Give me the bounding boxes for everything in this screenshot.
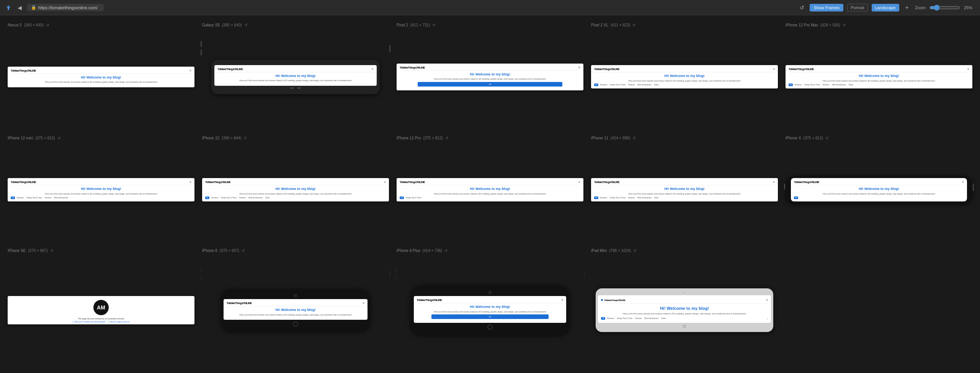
nav-design-i11p[interactable]: Design Tips & Tricks bbox=[405, 196, 422, 199]
nav-web-ipad[interactable]: Web Development bbox=[644, 317, 659, 320]
all-btn-i8p[interactable]: All bbox=[431, 314, 549, 319]
screen-logo-i11p: ToMakeThingsONLINE bbox=[400, 181, 425, 183]
nav-reviews-p2xl[interactable]: Reviews bbox=[627, 83, 635, 86]
hero-title-i8: Hi! Welcome to my blog! bbox=[227, 308, 364, 312]
frame-wrapper-iphone8: ToMakeThingsONLINE ≡ Hi! Welcome to my b… bbox=[202, 255, 389, 365]
refresh-icon-iphone11pro[interactable]: ↺ bbox=[445, 136, 448, 140]
menu-icon-ipad: ≡ bbox=[766, 298, 768, 302]
refresh-icon-iphone12promax[interactable]: ↺ bbox=[843, 23, 846, 27]
refresh-icon-iphonex[interactable]: ↺ bbox=[825, 136, 828, 140]
body-text-i8: Here you'll find some tutorials and revi… bbox=[227, 314, 364, 316]
nav-design-i12pm[interactable]: Design Tips & Tricks bbox=[804, 83, 821, 86]
nav-bar-ipad: All Business Design Tips & Tricks Review… bbox=[601, 317, 768, 320]
nav-design-ipad[interactable]: Design Tips & Tricks bbox=[616, 317, 633, 320]
all-btn-p2[interactable]: All bbox=[418, 82, 562, 87]
menu-icon-i12: ≡ bbox=[384, 180, 386, 184]
refresh-icon-iphone12mini[interactable]: ↺ bbox=[57, 136, 60, 140]
refresh-icon-iphone12[interactable]: ↺ bbox=[243, 136, 247, 140]
frame-label-iphone12mini: iPhone 12 mini (375 × 812) ↺ bbox=[8, 136, 194, 140]
screen-logo-i11: ToMakeThingsONLINE bbox=[594, 181, 619, 183]
nav-all-i11[interactable]: All bbox=[594, 196, 598, 199]
zoom-slider[interactable] bbox=[929, 5, 960, 11]
body-text-p2: Here you'll find some tutorials and revi… bbox=[400, 78, 580, 80]
refresh-button[interactable]: ↺ bbox=[798, 3, 806, 12]
hero-title-i12pm: Hi! Welcome to my blog! bbox=[789, 74, 969, 78]
nav-deals-ipad[interactable]: Deals bbox=[660, 317, 666, 320]
blocked-link2[interactable]: 2. How do I regain access to bbox=[108, 321, 129, 323]
screen-logo-s5: ToMakeThingsONLINE bbox=[217, 68, 243, 70]
frame-wrapper-nexus5: ToMakeThingsONLINE ≡ Hi! Welcome to my b… bbox=[8, 29, 194, 124]
blocked-link1[interactable]: 1. Why your IP address has been blocked? bbox=[73, 321, 106, 323]
nav-deals-i12[interactable]: Deals bbox=[265, 196, 271, 199]
refresh-icon-iphone11[interactable]: ↺ bbox=[632, 136, 635, 140]
nav-reviews-i12[interactable]: Reviews bbox=[238, 196, 247, 199]
nav-design-i12mini[interactable]: Design Tips & Tricks bbox=[26, 196, 43, 199]
nav-design-i12[interactable]: Design Tips & Tricks bbox=[220, 196, 237, 199]
nav-all-ix[interactable]: All bbox=[794, 196, 798, 199]
frame-wrapper-iphone8plus: ToMakeThingsONLINE ≡ Hi! Welcome to my b… bbox=[397, 255, 583, 365]
nav-design-i11[interactable]: Design Tips & Tricks bbox=[609, 196, 626, 199]
landscape-button[interactable]: Landscape bbox=[872, 4, 899, 11]
add-device-button[interactable]: + bbox=[903, 3, 911, 12]
nav-all-p2xl[interactable]: All bbox=[594, 83, 598, 86]
menu-icon-i12mini: ≡ bbox=[189, 180, 191, 184]
frame-wrapper-iphonese: AM This page has been blocked by our pro… bbox=[8, 255, 194, 365]
nav-all-i12[interactable]: All bbox=[205, 196, 209, 199]
url-bar[interactable]: 🔒 https://tomakethingsonline.com/ bbox=[27, 4, 104, 11]
frame-iphone12: iPhone 12 (390 × 844) ↺ ToMakeThingsONLI… bbox=[202, 136, 389, 237]
nav-web-i11[interactable]: Web Development bbox=[637, 196, 652, 199]
body-text-i12pm: Here you'll find some tutorials and revi… bbox=[789, 80, 969, 82]
nav-business-i11[interactable]: Business bbox=[599, 196, 608, 199]
nav-deals-i12pm[interactable]: Deals bbox=[848, 83, 854, 86]
nav-deals-p2xl[interactable]: Deals bbox=[653, 83, 660, 86]
nav-reviews-ipad[interactable]: Reviews bbox=[634, 317, 642, 320]
nav-reviews-i11[interactable]: Reviews bbox=[627, 196, 635, 199]
nav-web-i12mini[interactable]: Web Development bbox=[53, 196, 69, 199]
nav-all-ipad[interactable]: All bbox=[601, 317, 605, 320]
body-text: Here you'll find some tutorials and revi… bbox=[11, 81, 191, 83]
nav-deals-i11[interactable]: Deals bbox=[653, 196, 660, 199]
show-frames-button[interactable]: Show Frames bbox=[810, 4, 843, 11]
body-text-i11p: Here you'll find some tutorials and revi… bbox=[400, 193, 580, 195]
refresh-icon-ipadmini[interactable]: ↺ bbox=[633, 249, 636, 253]
nav-business-p2xl[interactable]: Business bbox=[599, 83, 608, 86]
nav-web-p2xl[interactable]: Web Development bbox=[637, 83, 652, 86]
zoom-percent: 25% bbox=[964, 5, 975, 10]
portrait-button[interactable]: Portrait bbox=[847, 4, 867, 11]
nav-web-i12[interactable]: Web Development bbox=[248, 196, 263, 199]
nav-business-i12[interactable]: Business bbox=[211, 196, 219, 199]
nav-business-ipad[interactable]: Business bbox=[606, 317, 615, 320]
refresh-icon-galaxys5[interactable]: ↺ bbox=[244, 23, 247, 27]
nav-business-i12mini[interactable]: Business bbox=[16, 196, 24, 199]
nav-all-i12pm[interactable]: All bbox=[789, 83, 793, 86]
nav-reviews-i12pm[interactable]: Reviews bbox=[822, 83, 830, 86]
nav-web-i12pm[interactable]: Web Development bbox=[831, 83, 847, 86]
refresh-icon-pixel2[interactable]: ↺ bbox=[432, 23, 435, 27]
refresh-icon-pixel2xl[interactable]: ↺ bbox=[632, 23, 635, 27]
frame-iphone11: iPhone 11 (414 × 896) ↺ ToMakeThingsONLI… bbox=[591, 136, 778, 237]
refresh-icon-iphone8plus[interactable]: ↺ bbox=[444, 249, 448, 253]
menu-icon-i11: ≡ bbox=[773, 180, 775, 184]
frame-nexus5: Nexus 5 (360 × 640) ↺ ToMakeThingsONLINE… bbox=[8, 23, 194, 124]
frame-wrapper-iphone12promax: ToMakeThingsONLINE ≡ Hi! Welcome to my b… bbox=[786, 29, 972, 124]
frame-wrapper-ipadmini: ToMakeThingsONLINE ≡ Hi! Welcome to my b… bbox=[591, 255, 778, 365]
nav-reviews-i12mini[interactable]: Reviews bbox=[44, 196, 52, 199]
nav-all-i11p[interactable]: All bbox=[400, 196, 404, 199]
nav-design-p2xl[interactable]: Design Tips & Tricks bbox=[609, 83, 626, 86]
frame-label-iphone8plus: iPhone 8 Plus (414 × 736) ↺ bbox=[397, 249, 583, 253]
body-text-s5: Here you'll find some tutorials and revi… bbox=[217, 79, 373, 82]
refresh-icon-iphonese[interactable]: ↺ bbox=[50, 249, 53, 253]
frame-wrapper-iphone11: ToMakeThingsONLINE ≡ Hi! Welcome to my b… bbox=[591, 142, 778, 237]
back-button[interactable]: ◀ bbox=[16, 3, 23, 12]
nav-business-i12pm[interactable]: Business bbox=[794, 83, 802, 86]
frame-label-iphone11pro: iPhone 11 Pro (375 × 812) ↺ bbox=[397, 136, 583, 140]
nav-all-i12mini[interactable]: All bbox=[11, 196, 15, 199]
zoom-label: Zoom bbox=[915, 5, 926, 10]
refresh-icon-iphone8[interactable]: ↺ bbox=[242, 249, 245, 253]
refresh-icon-nexus5[interactable]: ↺ bbox=[46, 23, 49, 27]
app-logo bbox=[5, 4, 12, 11]
hero-title-p2: Hi! Welcome to my blog! bbox=[400, 72, 580, 77]
screen-logo-i12mini: ToMakeThingsONLINE bbox=[11, 181, 36, 183]
frame-wrapper-iphonex: ToMakeThingsONLINE ≡ Hi! Welcome to my b… bbox=[786, 142, 972, 237]
frames-grid: Nexus 5 (360 × 640) ↺ ToMakeThingsONLINE… bbox=[0, 15, 980, 373]
